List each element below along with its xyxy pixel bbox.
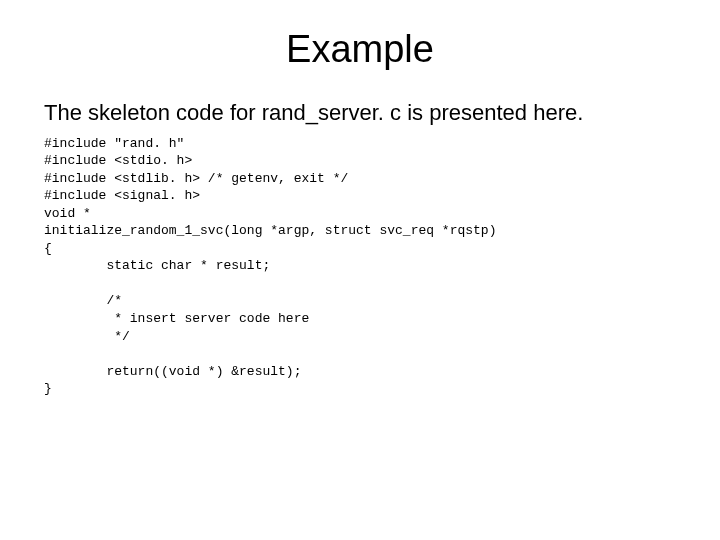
slide-title: Example	[40, 28, 680, 71]
code-block: #include "rand. h" #include <stdio. h> #…	[40, 135, 680, 398]
slide-description: The skeleton code for rand_server. c is …	[72, 99, 680, 127]
